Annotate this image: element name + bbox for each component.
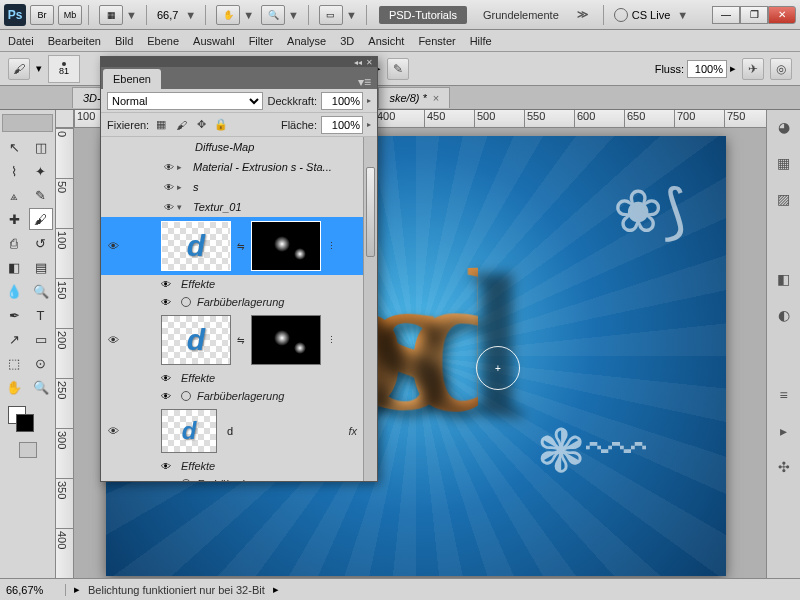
layer-row[interactable]: 👁 d ⇋ ⋮	[101, 311, 377, 369]
minibridge-button[interactable]: Mb	[58, 5, 82, 25]
visibility-icon[interactable]: 👁	[161, 391, 175, 402]
lock-all-icon[interactable]: 🔒	[213, 117, 229, 133]
layer-item[interactable]: 👁▾Textur_01	[101, 197, 377, 217]
styles-panel-icon[interactable]: ▨	[773, 188, 795, 210]
menu-analyse[interactable]: Analyse	[287, 35, 326, 47]
history-brush-tool[interactable]: ↺	[29, 232, 53, 254]
cslive-button[interactable]: CS Live▼	[614, 8, 691, 22]
zoom-value[interactable]: 66,7	[157, 9, 178, 21]
masks-panel-icon[interactable]: ◐	[773, 304, 795, 326]
tool-preset-icon[interactable]: 🖌	[8, 58, 30, 80]
minimize-button[interactable]: —	[712, 6, 740, 24]
background-color[interactable]	[16, 414, 34, 432]
menu-3d[interactable]: 3D	[340, 35, 354, 47]
mask-thumbnail[interactable]	[251, 221, 321, 271]
3d-tool[interactable]: ⬚	[2, 352, 26, 374]
tablet-opacity-icon[interactable]: ✎	[387, 58, 409, 80]
layer-fill-input[interactable]	[321, 116, 363, 134]
bridge-button[interactable]: Br	[30, 5, 54, 25]
visibility-icon[interactable]: 👁	[105, 240, 121, 252]
fx-item[interactable]: 👁Farbüberlagerung	[101, 387, 377, 405]
eraser-tool[interactable]: ◧	[2, 256, 26, 278]
visibility-icon[interactable]: 👁	[161, 297, 175, 308]
menu-bild[interactable]: Bild	[115, 35, 133, 47]
mask-thumbnail[interactable]	[251, 315, 321, 365]
layer-row[interactable]: 👁 d ⇋ ⋮	[101, 217, 377, 275]
lock-position-icon[interactable]: ✥	[193, 117, 209, 133]
layers-panel[interactable]: ◂◂ ✕ Ebenen ▾≡ Normal Deckkraft: ▸ Fixie…	[100, 56, 378, 482]
brush-tool[interactable]: 🖌	[29, 208, 53, 230]
path-tool[interactable]: ↗	[2, 328, 26, 350]
marquee-tool[interactable]: ◫	[29, 136, 53, 158]
color-panel-icon[interactable]: ◕	[773, 116, 795, 138]
visibility-icon[interactable]: 👁	[161, 461, 175, 472]
layer-thumbnail[interactable]: d	[161, 315, 231, 365]
visibility-icon[interactable]: 👁	[161, 202, 177, 213]
layer-group[interactable]: Diffuse-Map	[101, 137, 377, 157]
wand-tool[interactable]: ✦	[29, 160, 53, 182]
menu-hilfe[interactable]: Hilfe	[470, 35, 492, 47]
stamp-tool[interactable]: ⎙	[2, 232, 26, 254]
hand-tool[interactable]: ✋	[2, 376, 26, 398]
status-arrow-icon[interactable]: ▸	[273, 583, 279, 596]
menu-filter[interactable]: Filter	[249, 35, 273, 47]
close-button[interactable]: ✕	[768, 6, 796, 24]
menu-fenster[interactable]: Fenster	[418, 35, 455, 47]
lock-pixels-icon[interactable]: 🖌	[173, 117, 189, 133]
3d-camera-tool[interactable]: ⊙	[29, 352, 53, 374]
mask-link-icon[interactable]: ⇋	[237, 335, 245, 345]
adjustments-panel-icon[interactable]: ◧	[773, 268, 795, 290]
pen-tool[interactable]: ✒	[2, 304, 26, 326]
workspace-tag[interactable]: PSD-Tutorials	[379, 6, 467, 24]
fx-badge[interactable]: fx	[348, 425, 357, 437]
layer-opacity-input[interactable]	[321, 92, 363, 110]
menu-bearbeiten[interactable]: Bearbeiten	[48, 35, 101, 47]
ruler-vertical[interactable]: 050100150200250300350400450	[56, 128, 74, 578]
brush-preview[interactable]: 81	[48, 55, 80, 83]
gradient-tool[interactable]: ▤	[29, 256, 53, 278]
tablet-size-icon[interactable]: ◎	[770, 58, 792, 80]
status-zoom[interactable]: 66,67%	[6, 584, 66, 596]
panel-close-icon[interactable]: ✕	[366, 58, 373, 67]
zoom-tool[interactable]: 🔍	[29, 376, 53, 398]
visibility-icon[interactable]: 👁	[161, 162, 177, 173]
dodge-tool[interactable]: 🔍	[29, 280, 53, 302]
zoom-button[interactable]: 🔍	[261, 5, 285, 25]
flow-input[interactable]	[687, 60, 727, 78]
move-tool[interactable]: ↖	[2, 136, 26, 158]
photoshop-icon[interactable]: Ps	[4, 4, 26, 26]
eyedropper-tool[interactable]: ✎	[29, 184, 53, 206]
visibility-icon[interactable]: 👁	[105, 425, 121, 437]
fx-row[interactable]: 👁Effekte	[101, 457, 377, 475]
maximize-button[interactable]: ❐	[740, 6, 768, 24]
menu-ebene[interactable]: Ebene	[147, 35, 179, 47]
panel-menu-icon[interactable]: ▾≡	[352, 75, 377, 89]
layer-item[interactable]: 👁▸s	[101, 177, 377, 197]
close-tab-icon[interactable]: ×	[433, 92, 439, 104]
menu-ansicht[interactable]: Ansicht	[368, 35, 404, 47]
screenmode-button[interactable]: ▭	[319, 5, 343, 25]
fx-item[interactable]: Farbüberlagerung	[101, 475, 377, 481]
fx-row[interactable]: 👁Effekte	[101, 369, 377, 387]
heal-tool[interactable]: ✚	[2, 208, 26, 230]
visibility-icon[interactable]: 👁	[161, 373, 175, 384]
visibility-icon[interactable]: 👁	[105, 334, 121, 346]
panel-scrollbar[interactable]	[363, 137, 377, 481]
workspace-tag-2[interactable]: Grundelemente	[473, 6, 569, 24]
blend-mode-select[interactable]: Normal	[107, 92, 263, 110]
more-workspaces[interactable]: ≫	[577, 8, 589, 21]
mask-link-icon[interactable]: ⇋	[237, 241, 245, 251]
panel-collapse-icon[interactable]: ◂◂	[354, 58, 362, 67]
document-tab-right[interactable]: ske/8) *×	[378, 87, 450, 108]
quickmask-button[interactable]	[19, 442, 37, 458]
type-tool[interactable]: T	[29, 304, 53, 326]
hand-button[interactable]: ✋	[216, 5, 240, 25]
blur-tool[interactable]: 💧	[2, 280, 26, 302]
layers-tab[interactable]: Ebenen	[103, 69, 161, 89]
menu-datei[interactable]: Datei	[8, 35, 34, 47]
shape-tool[interactable]: ▭	[29, 328, 53, 350]
airbrush-icon[interactable]: ✈	[742, 58, 764, 80]
crop-tool[interactable]: ⟁	[2, 184, 26, 206]
visibility-icon[interactable]: 👁	[161, 279, 175, 290]
layer-row[interactable]: 👁 d d fx	[101, 405, 377, 457]
